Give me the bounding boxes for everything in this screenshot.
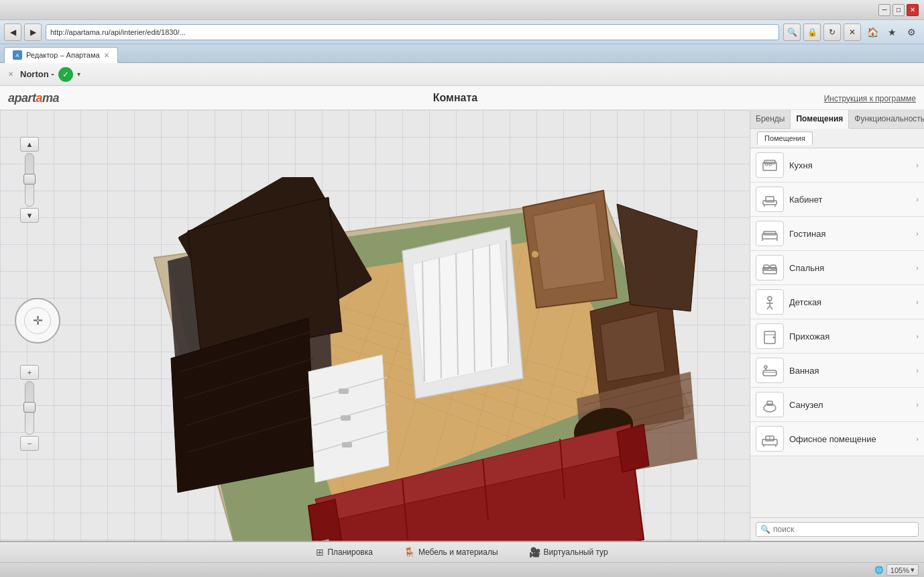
tab-functionality[interactable]: Функциональность [849,110,924,128]
sidebar-search: 🔍 [750,517,924,541]
room-name-toilet: Санузел [789,400,911,410]
planning-icon: ⊞ [316,547,324,558]
tab-rooms[interactable]: Помещения [791,110,849,129]
norton-label: Norton - [20,69,54,79]
room-item-kitchen[interactable]: Кухня › [750,148,924,182]
security-button[interactable]: 🔒 [803,23,821,41]
planning-button[interactable]: ⊞ Планировка [310,544,378,560]
search-icon: 🔍 [760,525,770,534]
room-icon-kitchen [756,152,784,178]
norton-status-icon: ✓ [58,67,73,82]
stop-button[interactable]: ✕ [844,23,861,41]
norton-bar: ✕ Norton - ✓ ▾ [0,63,924,86]
room-name-office: Кабинет [789,195,911,205]
room-name-bedroom: Спальня [789,263,911,273]
zoom-slider-thumb-top [23,174,36,185]
back-button[interactable]: ◀ [4,23,21,41]
help-button-area: Инструкция к программе [790,92,924,104]
zoom-out-button[interactable]: − [20,436,39,451]
refresh-button[interactable]: ↻ [823,23,841,41]
room-name-hallway: Прихожая [789,331,911,342]
home-button[interactable]: 🏠 [864,23,881,41]
favorites-button[interactable]: ★ [883,23,901,41]
norton-close-button[interactable]: ✕ [5,69,16,80]
svg-rect-77 [762,233,777,239]
room-item-toilet[interactable]: Санузел › [750,388,924,422]
status-bar: 🌐 105% ▾ [0,562,924,577]
svg-rect-93 [763,370,776,376]
search-address-button[interactable]: 🔍 [783,23,801,41]
furniture-button[interactable]: 🪑 Мебель и материалы [398,544,504,560]
help-link[interactable]: Инструкция к программе [824,94,916,103]
rotate-inner: ✛ [24,307,51,334]
app-header: apartama Комната Инструкция к программе [0,86,924,110]
active-tab[interactable]: A Редактор – Апартама ✕ [4,47,118,63]
canvas-area[interactable]: ▲ ▼ ✛ + − [0,110,750,541]
svg-rect-83 [764,265,769,269]
room-icon-office [756,187,784,212]
svg-marker-45 [533,203,605,290]
room-icon-toilet [756,392,784,417]
svg-rect-73 [763,201,776,205]
main-area: ▲ ▼ ✛ + − [0,110,924,541]
subtab-rooms-button[interactable]: Помещения [757,132,813,145]
room-arrow-hallway: › [916,332,919,340]
bottom-toolbar: ⊞ Планировка 🪑 Мебель и материалы 🎥 Вирт… [0,541,924,562]
room-item-bedroom[interactable]: Спальня › [750,251,924,285]
move-icon: ✛ [33,313,43,328]
tab-close-button[interactable]: ✕ [104,52,109,59]
zoom-in-button[interactable]: + [20,365,39,380]
room-item-kids[interactable]: Детская › [750,285,924,319]
search-input[interactable] [773,525,914,534]
room-canvas[interactable] [54,177,711,541]
room-item-bathroom[interactable]: Ванная › [750,354,924,388]
svg-rect-98 [767,401,772,405]
room-item-office2[interactable]: Офисное помещение › [750,422,924,456]
close-button[interactable]: ✕ [907,4,919,16]
room-item-living[interactable]: Гостиная › [750,217,924,251]
room-arrow-living: › [916,229,919,238]
tab-favicon: A [13,50,22,60]
address-bar[interactable]: http://apartama.ru/api/interier/edit/183… [46,24,779,40]
maximize-button[interactable]: □ [892,4,905,16]
zoom-slider-bottom[interactable] [25,381,34,435]
browser-titlebar: ─ □ ✕ [0,0,924,20]
zoom-controls-bottom: + − [20,365,39,451]
svg-point-85 [768,297,772,301]
room-name-office2: Офисное помещение [789,434,911,444]
room-arrow-kids: › [916,298,919,306]
room-icon-office2 [756,426,784,452]
svg-rect-84 [770,265,776,269]
zoom-up-button[interactable]: ▲ [20,137,39,152]
zoom-controls-top: ▲ ▼ [20,137,39,223]
tab-brands[interactable]: Бренды [750,110,791,128]
room-arrow-bathroom: › [916,366,919,374]
settings-icon[interactable]: ⚙ [903,23,920,41]
room-icon-bathroom [756,358,784,383]
room-list: Кухня › Кабинет › [750,148,924,517]
sidebar-subtab: Помещения [750,129,924,148]
room-arrow-office2: › [916,435,919,443]
room-item-hallway[interactable]: Прихожая › [750,319,924,354]
room-icon-bedroom [756,255,784,280]
zoom-down-button[interactable]: ▼ [20,208,39,223]
zoom-display[interactable]: 105% ▾ [886,564,919,576]
zoom-slider-top[interactable] [25,153,34,207]
svg-rect-100 [762,439,777,445]
svg-rect-34 [341,415,351,421]
room-name-bathroom: Ванная [789,366,911,376]
room-arrow-toilet: › [916,401,919,409]
room-item-office[interactable]: Кабинет › [750,182,924,217]
svg-line-88 [767,306,770,309]
forward-button[interactable]: ▶ [24,23,42,41]
virtual-tour-icon: 🎥 [529,547,540,558]
minimize-button[interactable]: ─ [878,4,890,16]
browser-toolbar: ◀ ▶ http://apartama.ru/api/interier/edit… [0,20,924,44]
room-arrow-kitchen: › [916,161,919,169]
browser-toolbar-icons: 🏠 ★ ⚙ [864,23,920,41]
room-arrow-bedroom: › [916,264,919,272]
app-logo: apartama [0,90,121,105]
virtual-tour-button[interactable]: 🎥 Виртуальный тур [524,544,614,560]
norton-dropdown[interactable]: ▾ [77,70,80,78]
furniture-icon: 🪑 [404,547,415,558]
